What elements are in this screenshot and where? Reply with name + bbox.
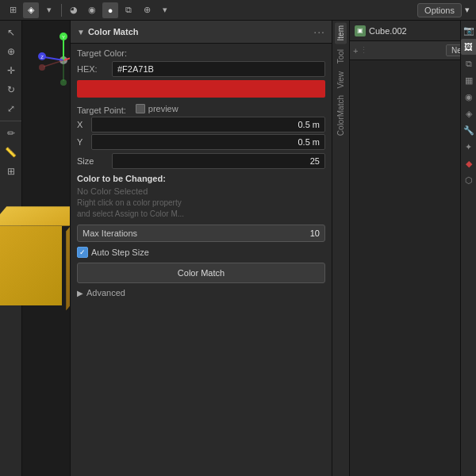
max-iterations-row: Max Iterations 10 (77, 225, 325, 242)
right-panel-content: 📷 🖼 ⧉ ▦ ◉ ◈ 🔧 ✦ ◆ ⬡ (350, 60, 476, 476)
right-panel: ▣ Cube.002 + ⋮ New 📷 🖼 ⧉ ▦ ◉ ◈ 🔧 ✦ ◆ (349, 21, 476, 476)
auto-step-checkbox[interactable]: ✓ (77, 247, 88, 258)
3d-cube (0, 210, 70, 305)
target-point-label: Target Point: (77, 106, 126, 115)
tool-scale[interactable]: ⤢ (2, 100, 20, 117)
props-tab-particles[interactable]: ✦ (461, 139, 477, 155)
object-type-icon: ▣ (355, 25, 366, 36)
props-tab-world[interactable]: ◉ (461, 89, 477, 105)
svg-point-11 (39, 64, 45, 71)
advanced-label: Advanced (86, 288, 125, 298)
x-axis-label: X (77, 120, 88, 129)
svg-point-13 (60, 79, 67, 86)
tool-select[interactable]: ↖ (2, 24, 20, 41)
tool-cursor[interactable]: ⊕ (2, 43, 20, 60)
props-tab-physics[interactable]: ◆ (461, 155, 477, 171)
viewport-dropdown2[interactable]: ▾ (157, 2, 173, 18)
size-row: Size 25 (77, 153, 325, 169)
tab-tool[interactable]: Tool (335, 46, 347, 67)
tool-measure[interactable]: 📏 (2, 144, 20, 161)
y-coord-input[interactable]: 0.5 m (91, 134, 325, 150)
top-icons: ⊞ ◈ ▾ ◕ ◉ ● ⧉ ⊕ ▾ (5, 2, 173, 18)
editor-type-icon[interactable]: ⊞ (5, 2, 21, 18)
panel-menu-button[interactable]: ··· (313, 25, 325, 38)
panel-title: Color Match (88, 27, 310, 36)
tool-move[interactable]: ✛ (2, 62, 20, 79)
viewport-gizmo-3d: X Y Z (32, 29, 70, 92)
y-coord-row: Y 0.5 m (77, 134, 325, 150)
color-changed-section: Color to be Changed: No Color Selected R… (77, 174, 325, 220)
viewport-shading-rendered[interactable]: ● (102, 2, 118, 18)
options-button[interactable]: Options (417, 3, 462, 17)
cube-face-top (0, 206, 70, 226)
props-tab-render[interactable]: 📷 (461, 22, 477, 38)
props-tab-constraints[interactable]: ⬡ (461, 172, 477, 188)
hex-input[interactable]: #F2A71B (112, 61, 325, 77)
svg-line-10 (44, 60, 63, 67)
preview-label: preview (148, 104, 178, 113)
target-point-row: Target Point: preview (77, 101, 325, 117)
object-name-bar: ▣ Cube.002 (350, 21, 476, 41)
color-changed-title: Color to be Changed: (77, 174, 325, 183)
viewport-overlay[interactable]: ⧉ (121, 2, 136, 18)
hint-text-line2: and select Assign to Color M... (77, 209, 325, 220)
colormatch-panel-header[interactable]: ▼ Color Match ··· (71, 21, 332, 44)
size-input[interactable]: 25 (112, 153, 325, 169)
auto-step-row: ✓ Auto Step Size (77, 247, 325, 258)
top-bar: ⊞ ◈ ▾ ◕ ◉ ● ⧉ ⊕ ▾ Options ▾ (0, 0, 476, 21)
mode-dropdown[interactable]: ▾ (41, 2, 57, 18)
tool-annotate[interactable]: ✏ (2, 125, 20, 142)
hint-text-line1: Right click on a color property (77, 198, 325, 209)
hex-field-row: HEX: #F2A71B (77, 61, 325, 77)
tab-colormatch[interactable]: ColorMatch (335, 92, 347, 139)
colormatch-panel-content: Target Color: HEX: #F2A71B Target Point:… (71, 44, 332, 302)
preview-checkbox[interactable] (136, 104, 145, 113)
tab-view[interactable]: View (335, 68, 347, 92)
size-label: Size (77, 156, 109, 166)
cube-mesh (0, 210, 70, 305)
target-color-row: Target Color: (77, 48, 325, 58)
rp-separator: ⋮ (359, 45, 368, 56)
hex-label: HEX: (77, 64, 109, 74)
properties-icons-bar: 📷 🖼 ⧉ ▦ ◉ ◈ 🔧 ✦ ◆ ⬡ (460, 21, 476, 476)
color-match-button[interactable]: Color Match (77, 263, 325, 283)
props-tab-object[interactable]: ◈ (461, 106, 477, 121)
svg-text:Y: Y (62, 35, 65, 40)
tool-add[interactable]: ⊞ (2, 163, 20, 180)
tab-item[interactable]: Item (335, 22, 347, 44)
svg-text:Z: Z (40, 55, 44, 60)
max-iterations-value: 10 (310, 228, 320, 238)
main-layout: ↖ ⊕ ✛ ↻ ⤢ ✏ 📏 ⊞ X Y Z (0, 21, 476, 476)
no-color-text: No Color Selected (77, 186, 325, 196)
rp-icons: + ⋮ (353, 45, 368, 56)
viewport-shading-material[interactable]: ◉ (84, 2, 100, 18)
props-tab-modifier[interactable]: 🔧 (461, 122, 477, 138)
viewport-gizmo[interactable]: ⊕ (139, 2, 155, 18)
max-iterations-label: Max Iterations (83, 228, 310, 238)
top-bar-left: ⊞ ◈ ▾ ◕ ◉ ● ⧉ ⊕ ▾ (0, 2, 411, 18)
props-tab-output[interactable]: 🖼 (461, 39, 477, 55)
tool-rotate[interactable]: ↻ (2, 81, 20, 98)
top-bar-right: Options ▾ (411, 3, 476, 17)
options-dropdown-arrow[interactable]: ▾ (465, 5, 470, 15)
mode-object-icon[interactable]: ◈ (23, 2, 39, 18)
x-coord-input[interactable]: 0.5 m (91, 117, 325, 132)
target-color-label: Target Color: (77, 48, 127, 58)
auto-step-label: Auto Step Size (91, 248, 149, 257)
props-tab-scene[interactable]: ▦ (461, 72, 477, 88)
max-iterations-field[interactable]: Max Iterations 10 (77, 225, 325, 242)
advanced-row[interactable]: ▶ Advanced (77, 288, 325, 298)
side-tabs-panel: Item Tool View ColorMatch (332, 21, 349, 476)
viewport-shading-solid[interactable]: ◕ (66, 2, 82, 18)
separator-1 (61, 4, 62, 17)
color-swatch[interactable] (77, 80, 325, 98)
panel-collapse-arrow[interactable]: ▼ (77, 28, 85, 36)
props-tab-view-layer[interactable]: ⧉ (461, 56, 477, 71)
advanced-arrow: ▶ (77, 289, 83, 298)
add-icon[interactable]: + (353, 46, 358, 56)
viewport-3d[interactable]: ↖ ⊕ ✛ ↻ ⤢ ✏ 📏 ⊞ X Y Z (0, 21, 70, 476)
right-panel-toolbar: + ⋮ New (350, 41, 476, 60)
object-name: Cube.002 (369, 26, 407, 36)
y-axis-label: Y (77, 137, 88, 147)
x-coord-row: X 0.5 m (77, 117, 325, 132)
